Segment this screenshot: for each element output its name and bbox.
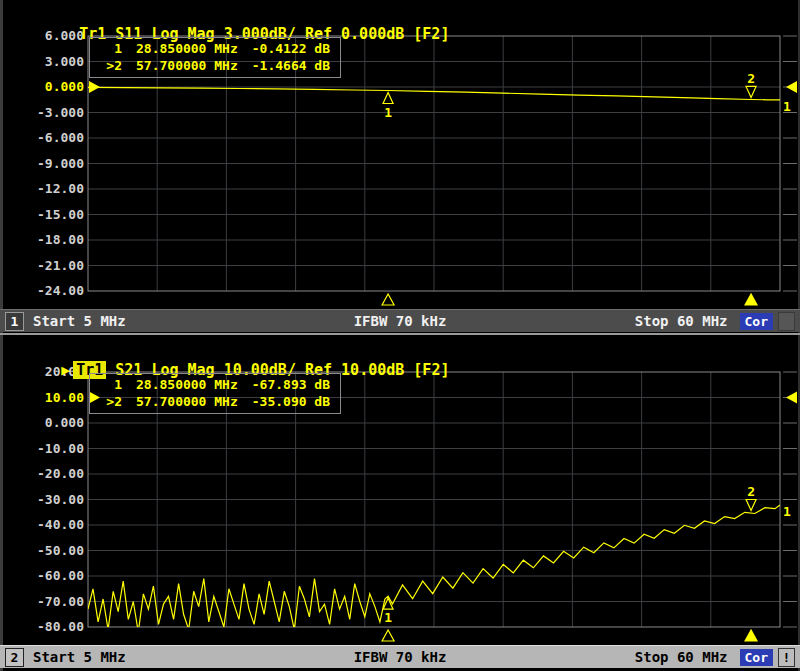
correction-status-badge: Cor bbox=[740, 649, 773, 666]
y-axis-label: 0.000 bbox=[0, 415, 84, 431]
channel-separator bbox=[0, 333, 800, 335]
y-axis-label: -30.00 bbox=[0, 492, 84, 508]
y-axis-label: -18.00 bbox=[0, 232, 84, 248]
ch1-trace-title: Tr1S11 Log Mag 3.000dB/ Ref 0.000dB [F2] bbox=[25, 4, 449, 24]
y-axis-label: -21.00 bbox=[0, 258, 84, 274]
marker-1-label: 1 bbox=[384, 610, 392, 625]
stop-frequency-label[interactable]: Stop 60 MHz bbox=[635, 313, 728, 329]
marker-value: -0.4122 dB bbox=[252, 40, 330, 57]
y-axis-label: -20.00 bbox=[0, 466, 84, 482]
stop-frequency-label[interactable]: Stop 60 MHz bbox=[635, 649, 728, 665]
trace-number-label: 1 bbox=[783, 504, 791, 519]
sweep-warning-badge: ! bbox=[778, 648, 795, 667]
y-axis-label: -24.00 bbox=[0, 283, 84, 299]
channel-number-badge[interactable]: 2 bbox=[5, 648, 24, 667]
marker-1-stimulus-icon[interactable] bbox=[382, 294, 394, 305]
marker-number: >2 bbox=[94, 57, 122, 74]
ch2-status-bar: 2 Start 5 MHz IFBW 70 kHz Stop 60 MHz Co… bbox=[0, 645, 800, 668]
y-axis-label: -15.00 bbox=[0, 207, 84, 223]
ch1-marker-readout: 1 28.850000 MHz -0.4122 dB >2 57.700000 … bbox=[89, 37, 341, 78]
vna-screen: 112 6.0003.0000.000-3.000-6.000-9.000-12… bbox=[0, 0, 800, 671]
marker-1-stimulus-icon[interactable] bbox=[382, 630, 394, 641]
y-axis-label: -50.00 bbox=[0, 543, 84, 559]
marker-frequency: 57.700000 MHz bbox=[136, 393, 238, 410]
marker-readout-row: >2 57.700000 MHz -1.4664 dB bbox=[94, 57, 330, 74]
y-axis-label: -3.000 bbox=[0, 105, 84, 121]
marker-readout-row: 1 28.850000 MHz -0.4122 dB bbox=[94, 40, 330, 57]
marker-2-stimulus-icon[interactable] bbox=[745, 294, 757, 305]
active-trace-arrow-icon: ▶ bbox=[61, 361, 70, 379]
ref-level-arrow-right-icon bbox=[786, 81, 797, 93]
marker-2-symbol[interactable]: 2 bbox=[746, 484, 756, 510]
ref-level-arrow-right-icon bbox=[786, 392, 797, 404]
start-frequency-label[interactable]: Start 5 MHz bbox=[33, 649, 126, 665]
marker-number: 1 bbox=[94, 376, 122, 393]
ch2-trace-title: ▶Tr1S21 Log Mag 10.00dB/ Ref 10.00dB [F2… bbox=[7, 340, 449, 360]
marker-2-symbol[interactable]: 2 bbox=[746, 71, 756, 97]
marker-2-stimulus-icon[interactable] bbox=[745, 630, 757, 641]
correction-status-badge: Cor bbox=[740, 313, 773, 330]
channel-2-panel: 112 20.0010.000.000-10.00-20.00-30.00-40… bbox=[0, 336, 800, 671]
marker-value: -67.893 dB bbox=[252, 376, 330, 393]
y-axis-label: -12.00 bbox=[0, 181, 84, 197]
y-axis-label: 0.000 bbox=[0, 79, 84, 95]
marker-value: -35.090 dB bbox=[252, 393, 330, 410]
marker-readout-row: >2 57.700000 MHz -35.090 dB bbox=[94, 393, 330, 410]
marker-number: 1 bbox=[94, 40, 122, 57]
y-axis-label: -60.00 bbox=[0, 568, 84, 584]
marker-frequency: 28.850000 MHz bbox=[136, 376, 238, 393]
marker-readout-row: 1 28.850000 MHz -67.893 dB bbox=[94, 376, 330, 393]
y-axis-label: -80.00 bbox=[0, 619, 84, 635]
ch1-status-bar: 1 Start 5 MHz IFBW 70 kHz Stop 60 MHz Co… bbox=[0, 309, 800, 332]
trace-number-label: 1 bbox=[783, 99, 791, 114]
marker-1-label: 1 bbox=[384, 105, 392, 120]
ch2-marker-readout: 1 28.850000 MHz -67.893 dB >2 57.700000 … bbox=[89, 373, 341, 414]
y-axis-label: -70.00 bbox=[0, 594, 84, 610]
y-axis-label: -40.00 bbox=[0, 517, 84, 533]
marker-frequency: 57.700000 MHz bbox=[136, 57, 238, 74]
sweep-status-badge bbox=[778, 312, 795, 331]
marker-2-label: 2 bbox=[747, 71, 755, 86]
marker-1-symbol[interactable]: 1 bbox=[383, 93, 393, 120]
channel-1-panel: 112 6.0003.0000.000-3.000-6.000-9.000-12… bbox=[0, 0, 800, 335]
marker-number: >2 bbox=[94, 393, 122, 410]
y-axis-label: -10.00 bbox=[0, 441, 84, 457]
start-frequency-label[interactable]: Start 5 MHz bbox=[33, 313, 126, 329]
marker-frequency: 28.850000 MHz bbox=[136, 40, 238, 57]
y-axis-label: -9.000 bbox=[0, 156, 84, 172]
channel-number-badge[interactable]: 1 bbox=[5, 312, 24, 331]
y-axis-label: -6.000 bbox=[0, 130, 84, 146]
marker-value: -1.4664 dB bbox=[252, 57, 330, 74]
marker-2-label: 2 bbox=[747, 484, 755, 499]
